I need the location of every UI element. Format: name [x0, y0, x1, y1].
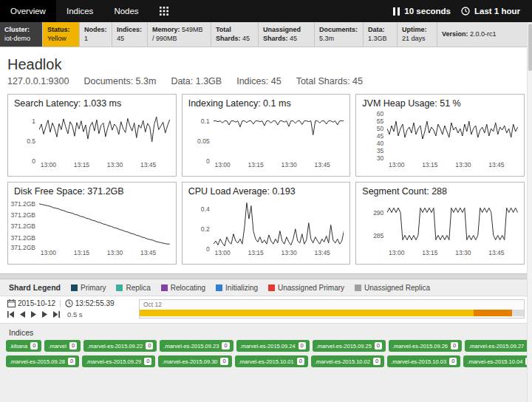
skip-end-button[interactable]: [52, 311, 60, 318]
chart-line: [214, 111, 344, 161]
index-chip-.marvel-es-2015.09.26[interactable]: .marvel-es-2015.09.260: [389, 340, 462, 352]
index-name: .marvel-es-2015.09.23: [163, 343, 219, 350]
section-resize-divider[interactable]: [0, 273, 532, 279]
chart-title: JVM Heap Usage: 51 %: [362, 98, 518, 109]
apps-grid-button[interactable]: [149, 0, 179, 22]
legend-item-3: Initializing: [216, 284, 258, 292]
index-chip-.kibana[interactable]: .kibana0: [6, 340, 41, 352]
chart-search-latency: Search Latency: 1.033 ms10.5013:0013:151…: [7, 94, 177, 177]
y-tick: 0.4: [201, 205, 210, 213]
x-tick: 13:30: [282, 249, 297, 256]
timeline-time: 13:52:55.39: [75, 299, 115, 307]
refresh-interval-button[interactable]: 10 seconds: [393, 7, 451, 16]
index-chip-.marvel-es-2015.09.28[interactable]: .marvel-es-2015.09.280: [6, 355, 79, 367]
y-tick: 371.2GB: [10, 234, 35, 242]
x-tick: 13:45: [488, 249, 504, 256]
time-range-button[interactable]: Last 1 hour: [461, 7, 520, 16]
x-tick: 13:15: [74, 161, 89, 168]
timeline-date: 2015-10-12: [18, 299, 55, 307]
index-name: .marvel-es-2015.10.03: [391, 358, 446, 365]
shard-legend-title: Shard Legend: [9, 283, 61, 292]
calendar-icon: [7, 299, 16, 307]
index-name: .marvel-es-2015.09.30: [162, 358, 217, 365]
x-tick: 13:00: [389, 249, 404, 256]
y-tick: 371.2GB: [10, 211, 35, 219]
index-chip-.marvel-es-2015.10.02[interactable]: .marvel-es-2015.10.020: [311, 355, 384, 367]
chart-line: [387, 111, 518, 161]
index-chip-.marvel-es-2015.10.03[interactable]: .marvel-es-2015.10.030: [387, 355, 460, 367]
timeline-elapsed-bar: [140, 310, 474, 316]
chart-cpu-load-average: CPU Load Average: 0.1930.40.2013:0013:15…: [182, 182, 351, 265]
timeline-track-label: Oct 12: [143, 301, 162, 308]
time-range-label: Last 1 hour: [474, 7, 520, 16]
cluster-cell-4: Memory: 549MB / 990MB: [148, 22, 211, 47]
skip-end-icon: [52, 311, 60, 318]
node-name[interactable]: Headlok: [7, 56, 525, 73]
step-forward-button[interactable]: [41, 311, 48, 318]
index-chip-.marvel-es-2015.09.27[interactable]: .marvel-es-2015.09.270: [465, 340, 532, 352]
index-count-badge: 0: [299, 342, 306, 350]
node-stat-2: Indices: 45: [236, 76, 281, 86]
x-tick: 13:15: [74, 249, 89, 256]
index-chip-.marvel[interactable]: .marvel0: [44, 340, 81, 352]
pause-icon: [393, 7, 400, 16]
index-chip-.marvel-es-2015.10.01[interactable]: .marvel-es-2015.10.010: [235, 355, 308, 367]
x-tick: 13:45: [488, 161, 504, 168]
scrollbar-thumb[interactable]: [528, 24, 532, 71]
legend-label: Unassigned Primary: [278, 284, 344, 292]
index-name: .marvel-es-2015.09.25: [316, 343, 372, 350]
cluster-cell-6: Unassigned Shards: 45: [259, 22, 315, 47]
nav-tab-overview[interactable]: Overview: [0, 0, 56, 22]
legend-label: Relocating: [171, 284, 205, 292]
top-navbar: Overview Indices Nodes 10 seconds Last 1…: [0, 0, 532, 22]
index-chip-.marvel-es-2015.09.22[interactable]: .marvel-es-2015.09.220: [83, 340, 157, 352]
x-tick: 13:15: [422, 161, 437, 168]
timeline-remaining-bar: [512, 310, 524, 316]
legend-label: Unassigned Replica: [364, 284, 430, 292]
charts-grid: Search Latency: 1.033 ms10.5013:0013:151…: [7, 94, 525, 265]
node-stat-0: Documents: 5.3m: [83, 76, 156, 86]
index-chip-.marvel-es-2015.09.24[interactable]: .marvel-es-2015.09.240: [236, 340, 310, 352]
y-tick: 371.2GB: [10, 244, 35, 251]
index-name: .marvel-es-2015.10.02: [315, 358, 370, 365]
nav-tab-nodes[interactable]: Nodes: [103, 0, 149, 22]
vertical-scrollbar[interactable]: [527, 22, 532, 402]
play-button[interactable]: [30, 311, 37, 318]
legend-label: Replica: [126, 284, 150, 292]
y-tick: 60: [377, 110, 383, 117]
x-tick: 13:45: [140, 249, 156, 256]
chart-line: [214, 199, 344, 249]
cluster-bar: Cluster: iot-demoStatus: YellowNodes: 1I…: [0, 22, 532, 47]
index-chip-row-0: .kibana0.marvel0.marvel-es-2015.09.220.m…: [6, 340, 526, 352]
apps-grid-icon: [160, 7, 168, 16]
y-tick: 1: [32, 117, 35, 125]
index-count-badge: 0: [375, 342, 382, 350]
cluster-cell-7: Documents: 5.3m: [315, 22, 364, 47]
cluster-cell-0: Cluster: iot-demo: [0, 22, 43, 47]
legend-item-2: Relocating: [161, 284, 205, 292]
chart-title: Indexing Latency: 0.1 ms: [188, 98, 344, 109]
chart-line: [39, 199, 170, 249]
index-chip-.marvel-es-2015.09.29[interactable]: .marvel-es-2015.09.290: [82, 355, 155, 367]
y-tick: 0.2: [201, 225, 210, 233]
skip-start-button[interactable]: [7, 311, 15, 318]
index-chip-.marvel-es-2015.10.04[interactable]: .marvel-es-2015.10.040: [463, 355, 532, 367]
chart-indexing-latency: Indexing Latency: 0.1 ms0.10.05013:0013:…: [182, 94, 351, 177]
index-chip-.marvel-es-2015.09.30[interactable]: .marvel-es-2015.09.300: [158, 355, 231, 367]
timeline-track[interactable]: Oct 12: [139, 299, 525, 318]
step-back-button[interactable]: [19, 311, 26, 318]
y-tick: 0.1: [201, 117, 210, 125]
date-picker[interactable]: 2015-10-12: [7, 299, 55, 307]
time-picker[interactable]: 13:52:55.39: [65, 299, 115, 307]
index-chip-.marvel-es-2015.09.23[interactable]: .marvel-es-2015.09.230: [160, 340, 233, 352]
index-chip-.marvel-es-2015.09.25[interactable]: .marvel-es-2015.09.250: [313, 340, 386, 352]
legend-swatch: [216, 285, 222, 291]
nav-tab-indices[interactable]: Indices: [56, 0, 103, 22]
y-tick: 45: [377, 132, 383, 140]
node-stat-3: Total Shards: 45: [296, 76, 363, 86]
index-count-badge: 0: [220, 358, 228, 365]
y-tick: 55: [377, 117, 383, 125]
index-name: .marvel-es-2015.09.27: [468, 343, 524, 350]
index-name: .marvel-es-2015.10.01: [239, 358, 294, 365]
x-tick: 13:00: [389, 161, 404, 168]
